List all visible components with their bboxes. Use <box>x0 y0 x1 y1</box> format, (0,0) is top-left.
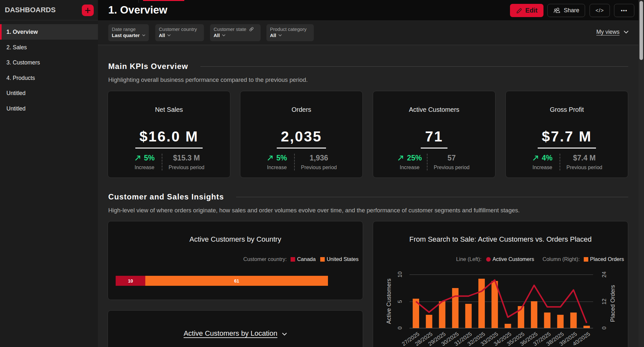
svg-text:Active Customers: Active Customers <box>386 278 392 324</box>
svg-text:10: 10 <box>397 272 403 278</box>
svg-text:0: 0 <box>601 326 607 329</box>
svg-text:24: 24 <box>601 272 607 278</box>
svg-text:0: 0 <box>397 326 403 329</box>
svg-text:5: 5 <box>397 300 403 303</box>
svg-text:Placed Orders: Placed Orders <box>610 285 616 322</box>
svg-text:12: 12 <box>601 299 607 305</box>
